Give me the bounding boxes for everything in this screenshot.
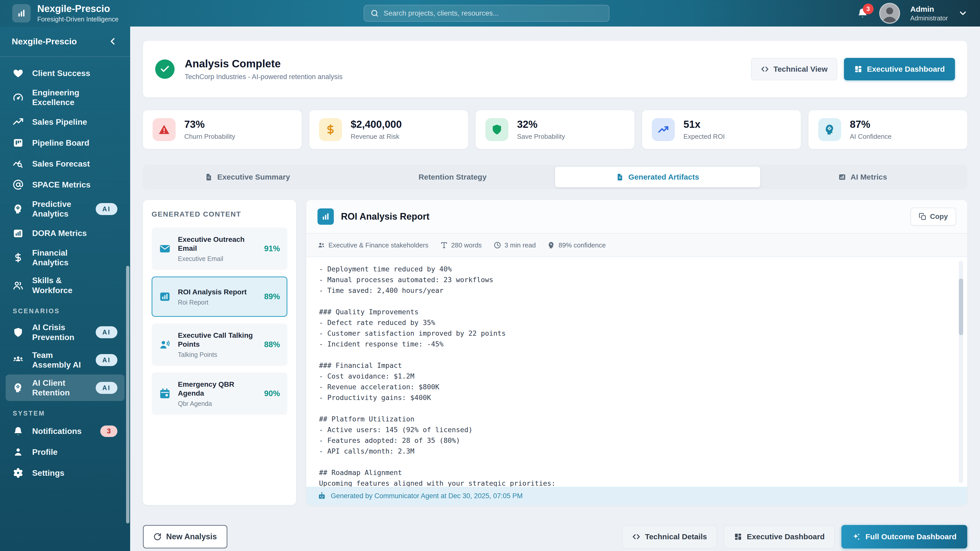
page-subtitle: TechCorp Industries - AI-powered retenti… xyxy=(185,73,342,81)
content-scrollbar-thumb[interactable] xyxy=(959,279,963,335)
sidebar-item-pipeline-board[interactable]: Pipeline Board xyxy=(6,133,124,153)
ai-head-icon xyxy=(818,118,841,141)
artifact-item-talking-points[interactable]: Executive Call Talking Points Talking Po… xyxy=(151,324,287,366)
gear-icon xyxy=(13,468,24,478)
sidebar-item-settings[interactable]: Settings xyxy=(6,463,124,483)
tab-executive-summary[interactable]: Executive Summary xyxy=(145,167,350,187)
sidebar-item-notifications[interactable]: Notifications 3 xyxy=(6,421,124,441)
sidebar-item-engineering-excellence[interactable]: Engineering Excellence xyxy=(6,84,124,111)
sidebar-item-ai-crisis-prevention[interactable]: AI Crisis Prevention AI xyxy=(6,319,124,346)
notifications-button[interactable]: 3 xyxy=(857,7,869,19)
executive-dashboard-button[interactable]: Executive Dashboard xyxy=(844,58,955,80)
sidebar-item-financial-analytics[interactable]: Financial Analytics xyxy=(6,245,124,271)
sidebar-item-predictive-analytics[interactable]: Predictive Analytics AI xyxy=(6,196,124,222)
meta-read-time-label: 3 min read xyxy=(504,241,536,249)
copy-icon xyxy=(919,213,926,221)
check-circle-icon xyxy=(155,59,175,79)
sidebar-item-dora-metrics[interactable]: DORA Metrics xyxy=(6,224,124,243)
artifact-subtitle: Executive Email xyxy=(178,255,257,262)
executive-dashboard-bottom-label: Executive Dashboard xyxy=(747,532,824,541)
report-footer: Generated by Communicator Agent at Dec 3… xyxy=(306,487,967,505)
tab-generated-artifacts[interactable]: Generated Artifacts xyxy=(555,167,760,187)
sidebar-item-sales-pipeline[interactable]: Sales Pipeline xyxy=(6,112,124,132)
new-analysis-button[interactable]: New Analysis xyxy=(143,525,228,548)
copy-button[interactable]: Copy xyxy=(911,208,956,225)
artifact-item-roi-report[interactable]: ROI Analysis Report Roi Report 89% xyxy=(151,276,287,317)
app-header: Nexgile-Prescio Foresight-Driven Intelli… xyxy=(0,0,980,27)
sidebar-item-team-assembly-ai[interactable]: Team Assembly AI AI xyxy=(6,347,124,373)
dollar-icon xyxy=(319,118,342,141)
global-search[interactable] xyxy=(364,5,609,22)
artifact-item-qbr-agenda[interactable]: Emergency QBR Agenda Qbr Agenda 90% xyxy=(151,372,287,415)
sidebar-item-label: Client Success xyxy=(32,68,90,78)
users-icon xyxy=(318,241,325,249)
robot-icon xyxy=(318,492,326,500)
stats-row: 73% Churn Probability $2,400,000 Revenue… xyxy=(143,110,967,149)
sidebar-item-label: AI Client Retention xyxy=(32,378,87,398)
stat-card-save: 32% Save Probability xyxy=(476,110,635,149)
sidebar-item-ai-client-retention[interactable]: AI Client Retention AI xyxy=(6,375,124,401)
technical-details-label: Technical Details xyxy=(645,532,707,541)
sidebar-item-sales-forecast[interactable]: Sales Forecast xyxy=(6,154,124,174)
chevron-down-icon[interactable] xyxy=(958,8,968,18)
at-sign-icon xyxy=(13,179,24,190)
sidebar-item-skills-workforce[interactable]: Skills & Workforce xyxy=(6,272,124,299)
bottom-action-bar: New Analysis Technical Details Executive… xyxy=(143,525,967,548)
dollar-icon xyxy=(13,252,24,263)
artifact-item-outreach-email[interactable]: Executive Outreach Email Executive Email… xyxy=(151,227,287,270)
bar-chart-icon xyxy=(159,291,171,303)
ai-head-icon xyxy=(13,203,24,214)
stat-label: Save Probability xyxy=(517,133,565,141)
artifact-subtitle: Talking Points xyxy=(178,351,257,359)
sidebar-collapse-button[interactable] xyxy=(107,36,118,47)
kanban-icon xyxy=(13,138,24,148)
tab-retention-strategy[interactable]: Retention Strategy xyxy=(350,167,555,187)
technical-view-label: Technical View xyxy=(773,65,828,73)
generated-content-header: GENERATED CONTENT xyxy=(151,210,287,218)
shield-icon xyxy=(13,327,24,338)
clock-icon xyxy=(493,241,501,249)
technical-details-button[interactable]: Technical Details xyxy=(622,525,717,548)
brand-block: Nexgile-Prescio Foresight-Driven Intelli… xyxy=(37,3,118,23)
document-icon xyxy=(205,173,213,181)
sidebar-scrollbar[interactable] xyxy=(126,266,129,524)
sidebar-item-profile[interactable]: Profile xyxy=(6,442,124,462)
user-role: Administrator xyxy=(910,14,948,22)
tab-label: Generated Artifacts xyxy=(628,173,699,181)
sparkles-icon xyxy=(852,532,861,541)
sidebar-item-space-metrics[interactable]: SPACE Metrics xyxy=(6,175,124,195)
refresh-icon xyxy=(153,533,162,541)
ai-head-icon xyxy=(547,241,555,249)
artifact-subtitle: Roi Report xyxy=(178,299,247,306)
user-name: Admin xyxy=(910,5,948,14)
report-viewer: ROI Analysis Report Copy Executive & Fin… xyxy=(306,200,967,505)
brand-tagline: Foresight-Driven Intelligence xyxy=(37,16,118,23)
avatar[interactable] xyxy=(879,3,900,24)
stat-card-confidence: 87% AI Confidence xyxy=(808,110,967,149)
stat-label: Revenue at Risk xyxy=(351,133,402,141)
analysis-complete-banner: Analysis Complete TechCorp Industries - … xyxy=(143,41,967,97)
tab-ai-metrics[interactable]: AI Metrics xyxy=(760,167,966,187)
copy-label: Copy xyxy=(930,213,948,221)
notification-count-badge: 3 xyxy=(100,426,118,437)
report-content-area[interactable]: - Deployment time reduced by 40% - Manua… xyxy=(306,257,967,487)
bar-chart-icon xyxy=(17,8,26,18)
bar-chart-icon xyxy=(318,208,334,225)
technical-view-button[interactable]: Technical View xyxy=(751,58,837,80)
meta-audience: Executive & Finance stakeholders xyxy=(318,241,428,249)
ai-badge: AI xyxy=(96,326,118,338)
meta-confidence: 89% confidence xyxy=(547,241,606,249)
report-footer-text: Generated by Communicator Agent at Dec 3… xyxy=(331,492,523,500)
sidebar-item-label: Financial Analytics xyxy=(32,248,103,268)
full-outcome-dashboard-button[interactable]: Full Outcome Dashboard xyxy=(842,525,967,548)
sidebar-item-client-success[interactable]: Client Success xyxy=(6,63,124,83)
new-analysis-label: New Analysis xyxy=(166,532,217,541)
ai-badge: AI xyxy=(96,203,118,215)
sidebar-item-label: Engineering Excellence xyxy=(32,88,103,107)
mail-icon xyxy=(159,243,171,254)
search-input[interactable] xyxy=(383,9,603,17)
executive-dashboard-bottom-button[interactable]: Executive Dashboard xyxy=(724,525,835,548)
artifact-subtitle: Qbr Agenda xyxy=(178,400,257,407)
tab-label: Executive Summary xyxy=(217,173,290,181)
page-title: Analysis Complete xyxy=(185,58,342,70)
